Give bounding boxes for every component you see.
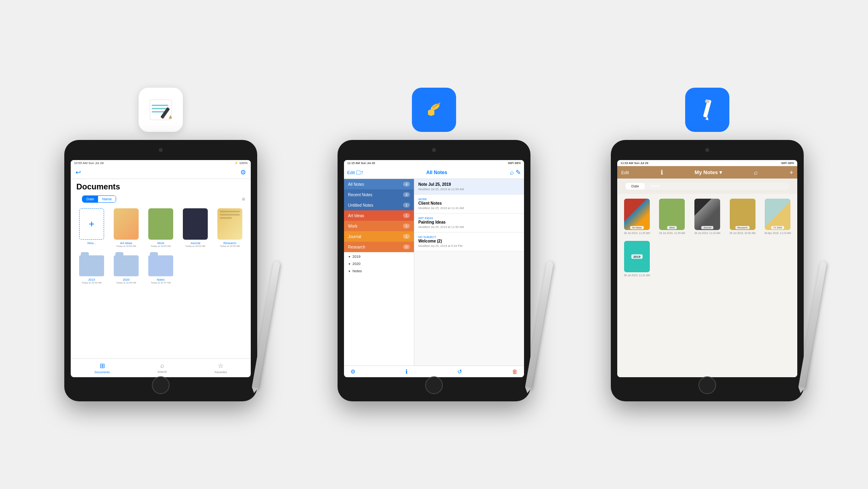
note-date-2: Modified Jul 25, 2019 at 11:50 AM (418, 225, 520, 229)
app1-icon (139, 88, 183, 132)
new-doc-item[interactable]: + New... (76, 208, 107, 247)
app3-notebooks-grid-row2: 2019 28 Jul 2019, 11:31 AM (617, 238, 797, 280)
app2-sync-icon[interactable]: ↺ (457, 368, 462, 375)
ipad3-home-button[interactable] (698, 376, 716, 394)
app2-info-icon[interactable]: ℹ (405, 368, 407, 375)
doc-journal-label: Journal (190, 241, 201, 245)
app1-docs-grid: + New... Art Ideas Today at 10:56 AM Wor… (71, 205, 251, 251)
ipad1-home-button[interactable] (152, 376, 170, 394)
app2-pencil (525, 261, 553, 389)
note-item-2[interactable]: Art Ideas Painting Ideas Modified Jul 25… (414, 214, 524, 232)
sidebar-work[interactable]: Work 1 (344, 221, 414, 231)
sidebar-recent-notes[interactable]: Recent Notes 4 (344, 189, 414, 200)
app2-ipad: 11:15 AM Sun Jul 28 WiFi 88% Edit □↑ All… (338, 140, 530, 401)
note-item-1[interactable]: Work Client Notes Modified Jul 25, 2019 … (414, 195, 524, 214)
folder-2019-label: 2019 (88, 278, 95, 281)
folder-2019-date: Today at 10:45 AM (82, 281, 102, 284)
new-doc-label: New... (88, 241, 96, 245)
search-icon: ⌕ (160, 362, 164, 369)
app3-battery: WiFi 88% (781, 161, 794, 165)
sidebar-section-2019[interactable]: ▼ 2019 (344, 252, 414, 259)
sidebar-section-notes[interactable]: ▼ Notes (344, 267, 414, 274)
app3-content: Art Ideas 28 Jul 2019, 11:25 AM Work 28 … (617, 194, 797, 377)
sidebar-all-notes-count: 4 (403, 182, 410, 187)
sidebar-art-ideas[interactable]: Art Ideas 1 (344, 210, 414, 221)
sidebar-recent-count: 4 (403, 192, 410, 197)
app2-battery: WiFi 88% (508, 161, 521, 165)
doc-art-ideas[interactable]: Art Ideas Today at 10:56 AM (111, 208, 141, 247)
sidebar-untitled-count: 1 (403, 203, 410, 208)
notebook-research[interactable]: Research 28 Jul 2019, 10:54 AM (727, 199, 758, 234)
sidebar-research[interactable]: Research 0 (344, 242, 414, 252)
app1-settings-icon[interactable]: ⚙ (240, 168, 246, 176)
app3-header-title: My Notes ▾ (695, 169, 722, 175)
app1-back-icon[interactable]: ↩ (76, 168, 81, 176)
folder-2020-date: Today at 10:46 AM (116, 281, 136, 284)
notebook-work[interactable]: Work 28 Jul 2019, 11:25 AM (657, 199, 688, 234)
tab-favorites[interactable]: ☆ Favorites (215, 362, 227, 374)
notebook-journal[interactable]: Journal 28 Jul 2019, 11:22 AM (692, 199, 723, 234)
sidebar-art-count: 1 (403, 213, 410, 218)
sidebar-all-notes[interactable]: All Notes 4 (344, 179, 414, 189)
notebook-research-date: 28 Jul 2019, 10:54 AM (729, 232, 755, 234)
doc-art-ideas-thumb (114, 208, 139, 240)
doc-research[interactable]: Research Today at 10:50 AM (215, 208, 245, 247)
app2-status-bar: 11:15 AM Sun Jul 28 WiFi 88% (344, 160, 524, 166)
notebook-2019[interactable]: 2019 28 Jul 2019, 11:31 AM (621, 241, 653, 277)
app3-info-icon[interactable]: ℹ (661, 168, 663, 176)
note-title-3: Welcome (2) (418, 239, 520, 243)
app2-settings-icon[interactable]: ⚙ (350, 368, 356, 375)
tab-documents[interactable]: ⊞ Documents (94, 362, 110, 374)
app1-list-icon[interactable]: ≡ (242, 196, 245, 202)
app1-time: 10:55 AM Sun Jul 28 (74, 161, 104, 165)
sidebar-journal[interactable]: Journal 1 (344, 231, 414, 242)
folder-notes-date: Today at 10:47 AM (151, 281, 171, 284)
app1-bottom-tabs: ⊞ Documents ⌕ Search ☆ Favorites (71, 358, 251, 377)
app3-ipad: 11:03 AM Sun Jul 28 WiFi 88% Edit ℹ My N… (611, 140, 804, 401)
app3-sort-date-btn[interactable]: Date (626, 183, 645, 189)
app2-delete-icon[interactable]: 🗑 (512, 368, 518, 375)
sort-date-btn[interactable]: Date (82, 196, 98, 202)
doc-work-date: Today at 10:55 AM (151, 245, 171, 247)
folder-2019[interactable]: 2019 Today at 10:45 AM (76, 255, 107, 284)
app3-compose-icon[interactable]: + (790, 169, 793, 176)
app3-sort-name-btn[interactable]: Name (645, 183, 666, 190)
sidebar-untitled-label: Untitled Notes (348, 203, 373, 208)
folder-notes[interactable]: Notes Today at 10:47 AM (145, 255, 176, 284)
sort-name-btn[interactable]: Name (98, 196, 116, 202)
sidebar-untitled-notes[interactable]: Untitled Notes 1 (344, 200, 414, 210)
app3-icon (685, 88, 729, 132)
notebook-t2020[interactable]: T1 2020 28 Apr 2019, 11:23 AM (762, 199, 793, 234)
folder-notes-thumb (148, 255, 173, 276)
doc-journal[interactable]: Journal Today at 10:52 AM (180, 208, 211, 247)
app3-search-icon[interactable]: ⌕ (754, 169, 758, 176)
note-title-2: Painting Ideas (418, 220, 520, 224)
tab-favorites-label: Favorites (215, 370, 227, 374)
app2-share-icon[interactable]: □↑ (356, 169, 364, 176)
app3-edit-btn[interactable]: Edit (621, 170, 629, 175)
tab-search-label: Search (158, 370, 167, 374)
tab-documents-label: Documents (94, 370, 110, 374)
app2-edit-btn[interactable]: Edit (347, 170, 355, 175)
app3-wrapper: 11:03 AM Sun Jul 28 WiFi 88% Edit ℹ My N… (611, 88, 804, 401)
app2-bottom-toolbar: ⚙ ℹ ↺ 🗑 (344, 366, 524, 377)
tab-search[interactable]: ⌕ Search (158, 362, 167, 374)
sidebar-work-label: Work (348, 224, 357, 228)
note-item-0[interactable]: Note Jul 25, 2019 Modified Jul 25, 2019 … (414, 179, 524, 195)
notebook-art-ideas[interactable]: Art Ideas 28 Jul 2019, 11:25 AM (621, 199, 653, 234)
note-item-3[interactable]: No Subject Welcome (2) Modified Jul 25, … (414, 232, 524, 251)
doc-research-thumb (217, 208, 242, 240)
sidebar-recent-label: Recent Notes (348, 193, 373, 197)
sidebar-section-2020[interactable]: ▼ 2020 (344, 259, 414, 267)
new-doc-thumb[interactable]: + (79, 208, 104, 240)
doc-work[interactable]: Work Today at 10:55 AM (145, 208, 176, 247)
notebook-journal-date: 28 Jul 2019, 11:22 AM (694, 232, 721, 234)
app2-search-icon[interactable]: ⌕ (510, 169, 514, 176)
notebook-art-ideas-date: 28 Jul 2019, 11:25 AM (624, 232, 650, 234)
app1-battery: ⚡ 100% (234, 161, 248, 165)
note-date-3: Modified Jul 25, 2019 at 5:34 PM (418, 244, 520, 248)
ipad2-home-button[interactable] (425, 376, 443, 394)
app3-sort-container: Date Name (617, 179, 797, 194)
folder-2020[interactable]: 2020 Today at 10:46 AM (111, 255, 141, 284)
app2-compose-icon[interactable]: ✎ (516, 168, 521, 176)
